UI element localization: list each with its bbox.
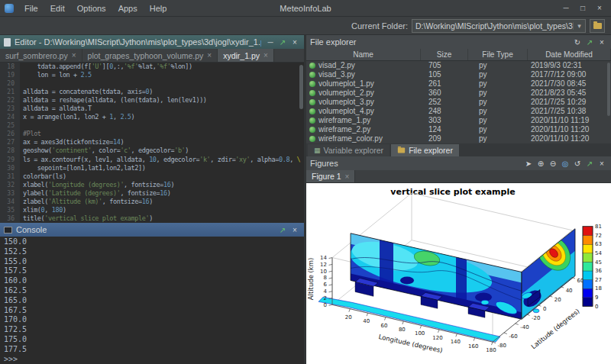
table-row[interactable]: volumeplot_1.py261py2021/7/30 08:45 [306, 79, 611, 89]
figure-canvas[interactable]: vertical slice plot example [306, 183, 611, 364]
column-header-name[interactable]: Name [306, 49, 421, 60]
menu-options[interactable]: Options [71, 4, 112, 13]
menu-file[interactable]: File [18, 4, 44, 13]
browse-folder-button[interactable] [590, 19, 605, 33]
tab-plot-grapes-typhoon-volume[interactable]: plot_grapes_typhoon_volume.py × [82, 49, 218, 62]
column-header-file-type[interactable]: File Type [468, 49, 528, 60]
figure-tab-bar: Figure 1 × [306, 170, 611, 183]
file-table-header: Name Size File Type Date Modified [306, 49, 611, 61]
svg-text:40: 40 [363, 318, 370, 324]
svg-text:81: 81 [595, 224, 602, 230]
app-icon [5, 4, 14, 13]
tab-close-icon[interactable]: × [207, 51, 212, 60]
table-row[interactable]: visad_2.py705py2019/9/3 02:31 [306, 61, 611, 70]
tab-close-icon[interactable]: × [72, 51, 76, 60]
refresh-icon[interactable]: ↻ [572, 38, 583, 47]
explorer-figures-column: File explorer ↻ ↗ × Name Size File Type … [306, 35, 611, 364]
editor-panel-title: Editor - D:\Working\MIScript\Jython\mis\… [15, 37, 261, 47]
figures-close-icon[interactable]: × [596, 159, 607, 168]
maximize-button[interactable]: □ [574, 4, 591, 12]
table-row[interactable]: wireframe_2.py124py2020/11/10 11:20 [306, 125, 611, 134]
table-row[interactable]: wireframe_1.py303py2020/11/10 11:19 [306, 116, 611, 125]
svg-text:36: 36 [595, 268, 602, 274]
svg-text:20: 20 [554, 297, 561, 303]
svg-text:160: 160 [468, 343, 478, 350]
column-header-size[interactable]: Size [421, 49, 468, 60]
globe-icon[interactable]: ◎ [560, 159, 571, 168]
menu-edit[interactable]: Edit [44, 4, 71, 13]
tab-figure-1[interactable]: Figure 1 × [306, 170, 355, 182]
figures-float-icon[interactable]: ↗ [584, 159, 595, 168]
svg-text:18: 18 [595, 285, 602, 292]
python-file-icon [309, 108, 315, 114]
file-explorer-panel-title: File explorer [310, 37, 357, 47]
svg-text:20: 20 [345, 314, 352, 321]
python-file-icon [309, 118, 315, 124]
editor-scrollbar[interactable] [299, 63, 304, 223]
svg-text:6: 6 [324, 282, 327, 288]
console-float-icon[interactable]: ↗ [277, 226, 288, 234]
svg-text:0: 0 [595, 304, 598, 310]
table-row[interactable]: volumeplot_3.py252py2021/7/25 10:29 [306, 98, 611, 107]
scrollbar-thumb[interactable] [299, 65, 303, 109]
svg-text:-80: -80 [498, 343, 506, 349]
tab-label: Figure 1 [312, 172, 341, 181]
editor-panel-header: Editor - D:\Working\MIScript\Jython\mis\… [0, 35, 304, 49]
zoom-out-icon[interactable]: ⊖ [548, 159, 558, 168]
current-folder-combobox[interactable]: D:\Working\MIScript\Jython\mis\plot_type… [412, 19, 586, 33]
console-close-icon[interactable]: × [289, 226, 300, 234]
table-row[interactable]: volumeplot_4.py248py2021/7/25 10:38 [306, 107, 611, 116]
minimize-button[interactable]: ─ [558, 4, 574, 12]
tab-xydir-1[interactable]: xydir_1.py × [218, 49, 274, 62]
tab-surf-sombrero[interactable]: surf_sombrero.py × [0, 49, 82, 62]
tab-file-explorer[interactable]: File explorer [391, 144, 459, 156]
menu-apps[interactable]: Apps [112, 4, 144, 13]
zoom-in-icon[interactable]: ⊕ [535, 159, 546, 168]
editor-minimize-icon[interactable]: ─ [265, 38, 276, 47]
pointer-icon[interactable]: ➤ [523, 159, 534, 168]
z-axis-label: Altitude (km) [307, 258, 315, 300]
tab-variable-explorer[interactable]: ▦ Variable explorer [308, 144, 390, 156]
svg-text:9: 9 [595, 295, 598, 301]
svg-text:-20: -20 [532, 315, 540, 321]
svg-text:54: 54 [595, 250, 602, 256]
editor-close-icon[interactable]: × [289, 38, 300, 47]
file-explorer-float-icon[interactable]: ↗ [584, 38, 595, 47]
console-output[interactable]: 150.0152.5155.0157.5160.0162.5165.0167.5… [0, 237, 304, 364]
python-file-icon [309, 81, 315, 87]
table-row[interactable]: visad_3.py105py2017/7/12 09:00 [306, 70, 611, 79]
python-file-icon [309, 136, 315, 142]
python-file-icon [309, 127, 315, 133]
current-folder-label: Current Folder: [351, 21, 408, 31]
python-file-icon [309, 72, 315, 78]
svg-text:12: 12 [320, 262, 327, 268]
table-row[interactable]: volumeplot_2.py360py2021/8/23 05:45 [306, 89, 611, 98]
svg-text:72: 72 [595, 233, 602, 239]
editor-float-icon[interactable]: ↗ [277, 38, 288, 47]
column-header-date-modified[interactable]: Date Modified [528, 49, 611, 60]
colorbar: 091827364554637281 [583, 224, 602, 310]
file-explorer-close-icon[interactable]: × [596, 38, 607, 47]
svg-text:4: 4 [324, 288, 328, 295]
console-panel-title: Console [16, 225, 47, 234]
menu-help[interactable]: Help [144, 4, 173, 13]
tab-label: File explorer [409, 146, 453, 155]
file-table-scrollbar[interactable] [606, 61, 611, 143]
code-editor[interactable]: 18 tdata.append(f['U'][0,:,'%f'%lat,'%f'… [0, 63, 304, 223]
table-row[interactable]: wireframe_color.py209py2020/11/10 11:20 [306, 134, 611, 143]
python-file-icon [309, 99, 315, 105]
svg-text:14: 14 [320, 255, 327, 261]
tab-close-icon[interactable]: × [345, 172, 350, 181]
scrollbar-thumb[interactable] [607, 63, 610, 116]
python-file-icon [309, 90, 315, 96]
close-button[interactable]: × [591, 4, 608, 12]
svg-text:80: 80 [399, 327, 406, 333]
tab-label: Variable explorer [324, 146, 384, 155]
rotate-icon[interactable]: ↺ [572, 159, 583, 168]
menu-bar: File Edit Options Apps Help MeteoInfoLab… [0, 0, 611, 17]
svg-text:-40: -40 [520, 324, 529, 330]
main-toolbar: Current Folder: D:\Working\MIScript\Jyth… [0, 17, 611, 35]
editor-tab-bar: surf_sombrero.py × plot_grapes_typhoon_v… [0, 49, 304, 63]
dropdown-arrow-icon[interactable]: ▾ [573, 22, 585, 30]
tab-close-icon[interactable]: × [263, 51, 268, 60]
